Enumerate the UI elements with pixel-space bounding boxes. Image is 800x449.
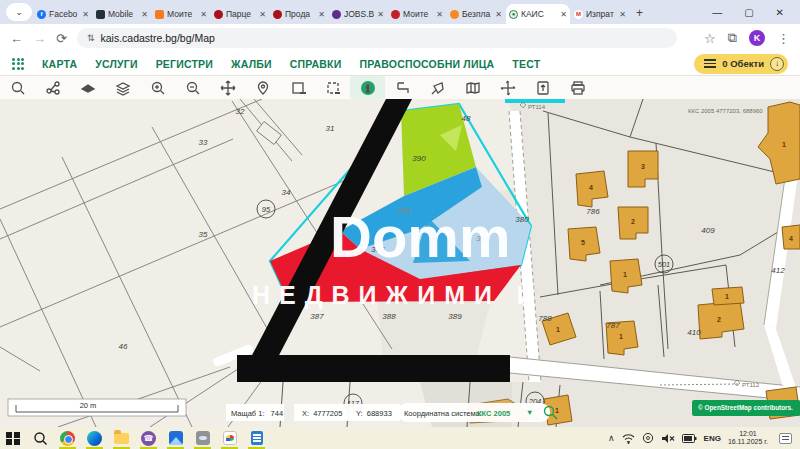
- layers-icon[interactable]: [105, 76, 140, 99]
- map-sheets-icon[interactable]: [455, 76, 490, 99]
- taskbar-chrome-icon[interactable]: [54, 427, 81, 449]
- maximize-button[interactable]: ▢: [744, 7, 753, 18]
- taskbar-search-icon[interactable]: [27, 427, 54, 449]
- hidden-icons-chevron[interactable]: ∧: [608, 433, 615, 443]
- close-tab-icon[interactable]: ✕: [619, 10, 626, 19]
- taskbar-photos-icon[interactable]: [162, 427, 189, 449]
- minimize-button[interactable]: —: [712, 7, 722, 18]
- nav-spravki[interactable]: СПРАВКИ: [290, 58, 342, 70]
- language-indicator[interactable]: ENG: [704, 434, 721, 443]
- taskbar-edge-icon[interactable]: [81, 427, 108, 449]
- search-icon[interactable]: [0, 76, 35, 99]
- site-settings-icon[interactable]: ⇅: [87, 33, 95, 43]
- select-area-remove-icon[interactable]: [315, 76, 350, 99]
- onedrive-icon[interactable]: [642, 432, 654, 444]
- svg-text:НЕДВИЖИМИ И: НЕДВИЖИМИ И: [252, 281, 544, 309]
- volume-muted-icon[interactable]: [661, 433, 675, 444]
- close-window-button[interactable]: ✕: [776, 7, 784, 18]
- route-icon[interactable]: [35, 76, 70, 99]
- close-tab-icon[interactable]: ✕: [82, 10, 89, 19]
- tab-gmail[interactable]: MИзпрат✕: [571, 4, 629, 24]
- export-document-icon[interactable]: [525, 76, 560, 99]
- cadastre-map[interactable]: 1 3 4 2 5 1 1 1 1 2 4 1 1: [0, 99, 800, 427]
- print-icon[interactable]: [560, 76, 595, 99]
- browser-menu-icon[interactable]: ⋮: [777, 31, 790, 46]
- info-icon[interactable]: i: [350, 76, 385, 99]
- pan-icon[interactable]: [210, 76, 245, 99]
- map-canvas[interactable]: 1 3 4 2 5 1 1 1 1 2 4 1 1: [0, 99, 800, 427]
- nav-uslugi[interactable]: УСЛУГИ: [95, 58, 137, 70]
- svg-text:48: 48: [462, 114, 471, 123]
- start-button[interactable]: [0, 427, 27, 449]
- nav-zhalbi[interactable]: ЖАЛБИ: [231, 58, 272, 70]
- tab-facebook[interactable]: fFacebo✕: [34, 4, 92, 24]
- nav-karta[interactable]: КАРТА: [42, 58, 77, 70]
- close-tab-icon[interactable]: ✕: [495, 10, 502, 19]
- svg-text:787: 787: [606, 321, 620, 330]
- tab-moite-2[interactable]: Моите✕: [388, 4, 446, 24]
- layers-visibility-icon[interactable]: [70, 76, 105, 99]
- svg-text:4: 4: [589, 184, 593, 191]
- nav-registri[interactable]: РЕГИСТРИ: [156, 58, 213, 70]
- select-area-add-icon[interactable]: [280, 76, 315, 99]
- taskbar-viber-icon[interactable]: ☎: [135, 427, 162, 449]
- apps-grid-icon[interactable]: [12, 58, 24, 70]
- close-tab-icon[interactable]: ✕: [436, 10, 443, 19]
- select-polygon-icon[interactable]: [420, 76, 455, 99]
- tab-kais-active[interactable]: ●КАИС✕: [506, 4, 570, 24]
- svg-text:32: 32: [236, 107, 245, 116]
- close-tab-icon[interactable]: ✕: [141, 10, 148, 19]
- svg-text:Y: 688933: Y: 688933: [356, 409, 392, 418]
- svg-text:5: 5: [581, 239, 585, 246]
- taskbar-word-icon[interactable]: [243, 427, 270, 449]
- nav-test[interactable]: ТЕСТ: [512, 58, 540, 70]
- location-pin-icon[interactable]: [245, 76, 280, 99]
- svg-text:Domm: Domm: [330, 204, 510, 269]
- jobs-favicon: [332, 10, 341, 19]
- zoom-in-icon[interactable]: [140, 76, 175, 99]
- taskbar-capture-icon[interactable]: [189, 427, 216, 449]
- tab-search-chevron-icon[interactable]: ⌄: [6, 3, 32, 21]
- profile-avatar[interactable]: K: [749, 30, 765, 46]
- battery-icon[interactable]: [682, 434, 697, 443]
- taskbar-explorer-icon[interactable]: [108, 427, 135, 449]
- moite-favicon: [155, 10, 164, 19]
- tab-bezplatni[interactable]: Безпла✕: [447, 4, 505, 24]
- windows-taskbar: ☎ ∧ ENG 12:01 16.11.2025 г.: [0, 427, 800, 449]
- svg-text:X: 4777205: X: 4777205: [302, 409, 342, 418]
- taskbar-clock[interactable]: 12:01 16.11.2025 г.: [728, 430, 768, 446]
- new-tab-button[interactable]: +: [636, 6, 643, 20]
- svg-text:Мащаб 1: 744: Мащаб 1: 744: [231, 409, 283, 418]
- measure-icon[interactable]: [385, 76, 420, 99]
- close-tab-icon[interactable]: ✕: [377, 10, 384, 19]
- close-tab-icon[interactable]: ✕: [259, 10, 266, 19]
- close-tab-icon[interactable]: ✕: [318, 10, 325, 19]
- tab-jobs[interactable]: JOBS.B✕: [329, 4, 387, 24]
- mobile-favicon: [96, 10, 105, 19]
- url-text[interactable]: kais.cadastre.bg/bg/Map: [100, 32, 214, 44]
- close-tab-icon[interactable]: ✕: [200, 10, 207, 19]
- forward-icon[interactable]: →: [33, 31, 46, 46]
- svg-text:388: 388: [382, 312, 396, 321]
- zoom-out-icon[interactable]: [175, 76, 210, 99]
- notifications-icon[interactable]: [779, 433, 792, 444]
- svg-text:501: 501: [658, 260, 671, 269]
- objects-button[interactable]: 0 Обекти ↓: [694, 54, 788, 74]
- tab-prodazhbi[interactable]: Прода✕: [270, 4, 328, 24]
- back-icon[interactable]: ←: [10, 31, 23, 46]
- close-tab-icon[interactable]: ✕: [560, 10, 567, 19]
- reload-icon[interactable]: ⟳: [56, 31, 67, 46]
- bookmark-star-icon[interactable]: ☆: [704, 31, 716, 46]
- taskbar-paint-icon[interactable]: [216, 427, 243, 449]
- tab-parceli[interactable]: Парце✕: [211, 4, 269, 24]
- objects-menu-icon: [704, 59, 716, 68]
- url-bar[interactable]: ⇅ kais.cadastre.bg/bg/Map: [77, 28, 677, 48]
- wifi-icon[interactable]: [622, 433, 635, 444]
- tab-moite-1[interactable]: Моите✕: [152, 4, 210, 24]
- tab-mobile[interactable]: Mobile✕: [93, 4, 151, 24]
- osm-attribution[interactable]: © OpenStreetMap contributors.: [692, 400, 800, 416]
- coordinate-axes-icon[interactable]: [490, 76, 525, 99]
- nav-pravosposobni-lica[interactable]: ПРАВОСПОСОБНИ ЛИЦА: [359, 58, 494, 70]
- objects-download-icon[interactable]: ↓: [770, 57, 784, 71]
- extensions-icon[interactable]: ⧉: [728, 30, 737, 46]
